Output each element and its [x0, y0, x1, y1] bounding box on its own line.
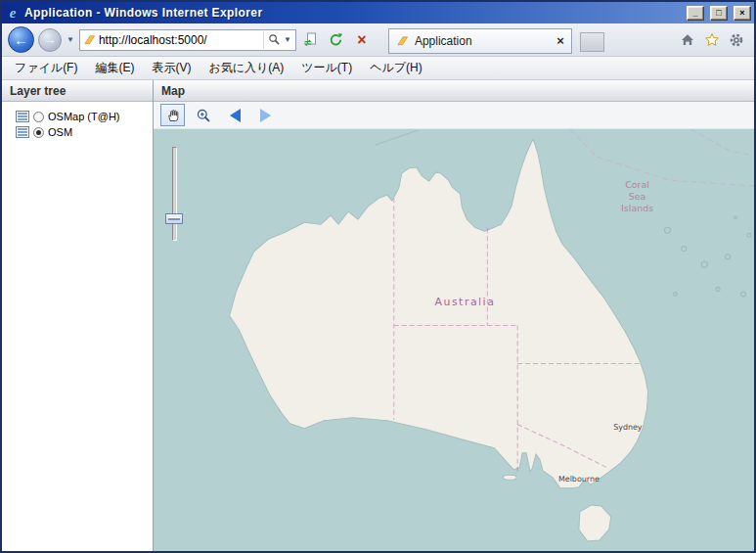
favorites-star-icon[interactable] — [704, 32, 720, 48]
previous-extent-button[interactable] — [223, 104, 247, 126]
minimize-button[interactable]: _ — [687, 6, 704, 21]
zoom-slider-thumb[interactable] — [165, 213, 183, 224]
tab-close-button[interactable]: × — [556, 33, 564, 48]
menu-help[interactable]: ヘルプ(H) — [361, 57, 431, 79]
stop-button[interactable]: × — [351, 29, 373, 51]
map-toolbar — [154, 102, 754, 129]
url-text: http://localhost:5000/ — [99, 33, 260, 47]
home-icon[interactable] — [680, 32, 695, 48]
back-button[interactable]: ← — [8, 26, 34, 53]
chevron-down-icon[interactable]: ▼ — [66, 35, 75, 44]
radio-osmap[interactable] — [33, 112, 44, 122]
window-title: Application - Windows Internet Explorer — [24, 6, 681, 20]
refresh-icon — [329, 32, 343, 47]
layer-item-osm[interactable]: OSM — [16, 124, 151, 140]
arrow-right-icon — [260, 109, 271, 122]
close-button[interactable]: × — [734, 6, 751, 21]
tab-label: Application — [415, 34, 551, 48]
menu-bar: ファイル(F) 編集(E) 表示(V) お気に入り(A) ツール(T) ヘルプ(… — [2, 57, 754, 80]
titlebar: e Application - Windows Internet Explore… — [2, 2, 754, 23]
zoom-slider-track[interactable] — [172, 147, 177, 241]
content-area: Layer tree OSMap (T@H) — [2, 80, 754, 551]
stop-icon: × — [357, 32, 366, 48]
layer-label: OSMap (T@H) — [48, 111, 120, 122]
layer-tree: OSMap (T@H) OSM — [2, 102, 153, 140]
menu-favorites[interactable]: お気に入り(A) — [200, 57, 292, 79]
country-label: Australia — [435, 296, 496, 308]
page-favicon-icon — [83, 33, 96, 46]
layer-label: OSM — [48, 126, 72, 138]
arrow-left-icon — [230, 109, 241, 122]
pan-tool-button[interactable] — [160, 104, 185, 126]
tasmania-island — [579, 505, 611, 541]
menu-view[interactable]: 表示(V) — [143, 57, 200, 79]
navigation-bar: ← → ▼ http://localhost:5000/ ▼ — [2, 23, 754, 57]
australia-landmass — [230, 139, 648, 488]
maritime-boundary — [570, 129, 754, 186]
layer-icon — [16, 111, 29, 122]
next-extent-button[interactable] — [253, 104, 278, 126]
search-icon — [268, 33, 281, 46]
layer-tree-header: Layer tree — [2, 80, 153, 102]
command-icons — [680, 32, 748, 48]
tab-application[interactable]: Application × — [388, 28, 572, 54]
layer-item-osmap[interactable]: OSMap (T@H) — [16, 109, 151, 124]
page-icon — [303, 32, 318, 47]
browser-window: e Application - Windows Internet Explore… — [0, 0, 756, 553]
menu-edit[interactable]: 編集(E) — [86, 57, 143, 79]
search-button[interactable]: ▼ — [263, 31, 292, 49]
layer-icon — [16, 126, 29, 138]
gear-icon[interactable] — [729, 32, 744, 48]
sea-label-line3: Islands — [621, 203, 653, 213]
menu-tools[interactable]: ツール(T) — [292, 57, 361, 79]
magnifier-plus-icon — [196, 108, 211, 123]
address-bar[interactable]: http://localhost:5000/ ▼ — [79, 29, 296, 51]
hand-icon — [165, 108, 181, 123]
maritime-boundary — [690, 129, 754, 156]
sea-label-line1: Coral — [625, 179, 649, 190]
compatibility-view-button[interactable] — [300, 29, 322, 51]
chevron-down-icon: ▼ — [283, 35, 292, 44]
city-label-melbourne: Melbourne — [558, 475, 600, 484]
forward-button[interactable]: → — [38, 28, 62, 52]
island-specks — [664, 216, 751, 297]
layer-tree-panel: Layer tree OSMap (T@H) — [2, 80, 154, 551]
ie-logo-icon: e — [5, 5, 21, 22]
zoom-tool-button[interactable] — [191, 104, 215, 126]
city-label-sydney: Sydney — [613, 423, 643, 432]
map-svg: Australia Coral Sea Islands Sydney Melbo… — [154, 129, 754, 551]
page-favicon-icon — [396, 34, 409, 47]
refresh-button[interactable] — [326, 29, 347, 51]
map-header: Map — [154, 80, 754, 102]
new-tab-button[interactable] — [580, 32, 604, 52]
radio-osm[interactable] — [33, 127, 44, 138]
sea-label-line2: Sea — [629, 191, 646, 202]
map-panel: Map — [154, 80, 754, 551]
coastline-fragment — [376, 130, 419, 145]
map-canvas[interactable]: Australia Coral Sea Islands Sydney Melbo… — [154, 129, 754, 551]
kangaroo-island — [503, 475, 516, 480]
maximize-button[interactable]: □ — [710, 6, 728, 21]
menu-file[interactable]: ファイル(F) — [6, 57, 86, 79]
